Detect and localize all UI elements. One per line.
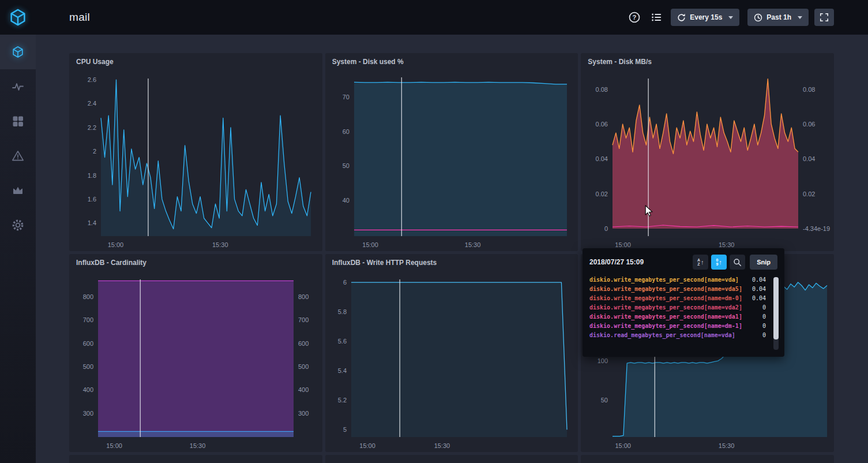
axis-label: 15:00 [359, 442, 375, 449]
legend-series-value: 0.04 [752, 286, 766, 292]
panel-title[interactable] [325, 455, 578, 463]
axis-label: 300 [83, 410, 93, 417]
app-logo[interactable] [0, 0, 36, 35]
axis-label: 15:00 [615, 241, 632, 248]
chart-canvas[interactable]: 00.020.040.060.080.080.060.040.02-4.34e-… [581, 70, 834, 251]
chronograf-logo-icon [9, 8, 27, 27]
legend-timestamp: 2018/07/27 15:09 [589, 258, 644, 266]
chart-write-http-requests[interactable]: 55.25.45.65.8615:0015:30 [325, 271, 578, 452]
legend-series-row[interactable]: diskio.write_megabytes_per_second[name=v… [589, 275, 766, 284]
series-fill-cpu [101, 80, 311, 236]
axis-label: 500 [83, 363, 93, 370]
panel-title[interactable]: InfluxDB - Write HTTP Requests [325, 254, 578, 271]
axis-label: 50 [342, 162, 349, 169]
chevron-down-icon [798, 16, 802, 19]
axis-label: 0.04 [596, 155, 608, 162]
nav-data-explorer[interactable] [0, 69, 36, 104]
svg-text:?: ? [633, 14, 637, 21]
chart-disk-mbs[interactable]: 00.020.040.060.080.080.060.040.02-4.34e-… [581, 70, 834, 251]
legend-series-value: 0 [762, 323, 766, 329]
arrow-up-icon: ↑ [701, 259, 704, 266]
panel-disk-mbs: System - Disk MB/s 00.020.040.060.080.08… [581, 53, 834, 251]
legend-series-row[interactable]: diskio.write_megabytes_per_second[name=v… [589, 284, 766, 293]
panel-row3-col1 [69, 455, 322, 463]
axis-label: 15:00 [615, 442, 632, 449]
nav-admin[interactable] [0, 173, 36, 208]
panel-title[interactable] [69, 455, 322, 463]
legend-series-name: diskio.write_megabytes_per_second[name=v… [589, 304, 742, 311]
chart-canvas[interactable]: 4050607015:0015:30 [325, 70, 578, 251]
chart-canvas[interactable]: 30040050060070080030040050060070080015:0… [69, 271, 322, 452]
chart-canvas[interactable]: 55.25.45.65.8615:0015:30 [325, 271, 578, 452]
sort-numeric-icon: 09 [716, 258, 718, 266]
cube-icon [12, 46, 24, 58]
sort-numeric-button[interactable]: 09↑ [711, 255, 727, 270]
timerange-dropdown[interactable]: Past 1h [747, 9, 809, 26]
series-fill-write-requests [351, 282, 567, 437]
panel-title[interactable] [581, 455, 834, 463]
legend-header: 2018/07/27 15:09 AZ↑ 09↑ Snip [589, 254, 777, 270]
nav-status[interactable] [0, 35, 36, 69]
legend-series-row[interactable]: diskio.write_megabytes_per_second[name=d… [589, 293, 766, 303]
snip-button[interactable]: Snip [750, 255, 777, 270]
axis-label: 15:30 [190, 442, 206, 449]
axis-label: -4.34e-19 [803, 225, 830, 232]
legend-series-row[interactable]: diskio.write_megabytes_per_second[name=d… [589, 321, 766, 330]
presentation-mode-button[interactable] [814, 9, 834, 26]
legend-series-row[interactable]: diskio.write_megabytes_per_second[name=v… [589, 303, 766, 312]
axis-label: 2.6 [88, 76, 96, 83]
dashboard-title[interactable]: mail [69, 11, 90, 24]
legend-series-name: diskio.write_megabytes_per_second[name=d… [589, 323, 742, 329]
nav-alerts[interactable] [0, 139, 36, 173]
search-button[interactable] [730, 255, 745, 270]
pulse-graph-icon [12, 80, 24, 93]
axis-label: 400 [298, 386, 309, 393]
autorefresh-dropdown[interactable]: Every 15s [671, 9, 739, 26]
legend-series-row[interactable]: diskio.read_megabytes_per_second[name=vd… [589, 330, 766, 339]
annotations-button[interactable] [650, 11, 663, 24]
clock-icon [754, 13, 762, 22]
nav-dashboards[interactable] [0, 104, 36, 139]
chart-cardinality[interactable]: 30040050060070080030040050060070080015:0… [69, 271, 322, 452]
topbar: mail ? Every 15s [36, 0, 868, 35]
legend-series-name: diskio.write_megabytes_per_second[name=v… [589, 313, 742, 320]
panel-cpu-usage: CPU Usage 1.41.61.822.22.42.615:0015:30 [69, 53, 322, 251]
series-fill-cardinality [98, 281, 294, 437]
axis-label: 5 [343, 426, 347, 433]
axis-label: 5.6 [337, 338, 346, 345]
panel-title[interactable]: System - Disk used % [325, 53, 578, 70]
chevron-down-icon [728, 16, 733, 19]
axis-label: 0.02 [596, 191, 608, 197]
legend-scrollbar[interactable] [773, 277, 779, 350]
axis-label: 100 [598, 357, 608, 364]
panel-disk-used: System - Disk used % 4050607015:0015:30 [325, 53, 578, 251]
nav-config[interactable] [0, 208, 36, 242]
help-button[interactable]: ? [628, 11, 641, 24]
grid-icon [12, 115, 24, 128]
legend-series-row[interactable]: diskio.write_megabytes_per_second[name=v… [589, 312, 766, 321]
legend-series-name: diskio.write_megabytes_per_second[name=d… [589, 295, 742, 301]
chart-disk-used[interactable]: 4050607015:0015:30 [325, 70, 578, 251]
panel-title[interactable]: CPU Usage [69, 53, 322, 70]
axis-label: 800 [298, 293, 309, 300]
panel-title[interactable]: InfluxDB - Cardinality [69, 254, 322, 271]
chart-canvas[interactable]: 1.41.61.822.22.42.615:0015:30 [69, 70, 322, 251]
panel-row3-col2 [325, 455, 578, 463]
scrollbar-thumb[interactable] [773, 277, 779, 339]
axis-label: 15:00 [108, 241, 124, 248]
axis-label: 1.8 [88, 172, 96, 179]
chart-cpu-usage[interactable]: 1.41.61.822.22.42.615:0015:30 [69, 70, 322, 251]
axis-label: 1.6 [88, 196, 96, 203]
alert-triangle-icon [12, 150, 24, 162]
axis-label: 2.4 [88, 100, 96, 107]
panel-row3-col3 [581, 455, 834, 463]
axis-label: 600 [298, 340, 309, 347]
axis-label: 0 [604, 225, 608, 232]
axis-label: 600 [83, 340, 93, 347]
axis-label: 400 [83, 386, 93, 393]
series-fill-cardinality-2 [98, 431, 294, 437]
panel-title[interactable]: System - Disk MB/s [581, 53, 834, 70]
sort-alpha-button[interactable]: AZ↑ [693, 255, 708, 270]
axis-label: 0.08 [803, 86, 815, 93]
axis-label: 2 [93, 148, 96, 155]
